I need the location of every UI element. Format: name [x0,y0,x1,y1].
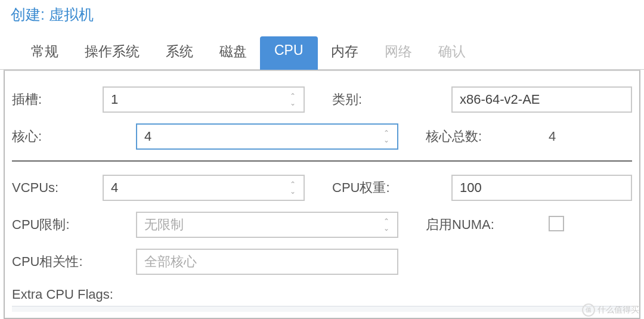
chevron-up-icon[interactable]: ⌃ [383,130,389,136]
chevron-up-icon[interactable]: ⌃ [383,218,389,224]
total-cores-value: 4 [545,129,556,144]
tab-network: 网络 [371,36,425,69]
chevron-up-icon[interactable]: ⌃ [290,93,296,99]
tab-system[interactable]: 系统 [153,36,206,69]
vcpus-spinner[interactable]: ⌃ ⌄ [103,175,305,201]
vcpus-label: VCPUs: [12,180,103,196]
cpu-limit-spinner[interactable]: ⌃ ⌄ [136,212,398,238]
vcpus-input[interactable] [104,176,282,200]
extra-cpu-flags-area [12,306,632,312]
chevron-down-icon[interactable]: ⌄ [383,137,389,143]
cpu-affinity-field[interactable] [136,249,398,275]
enable-numa-label: 启用NUMA: [426,216,545,234]
divider [12,160,632,162]
chevron-down-icon[interactable]: ⌄ [290,100,296,106]
tab-disk[interactable]: 磁盘 [206,36,260,69]
cpu-panel: 插槽: ⌃ ⌄ 类别: 核心: ⌃ [4,70,640,319]
tab-memory[interactable]: 内存 [318,36,371,69]
sockets-label: 插槽: [12,91,103,109]
cores-spinner-arrows[interactable]: ⌃ ⌄ [376,125,397,148]
chevron-down-icon[interactable]: ⌄ [290,188,296,194]
cpu-weight-input[interactable] [453,176,631,200]
cpu-weight-spinner[interactable] [451,175,632,201]
sockets-spinner-arrows[interactable]: ⌃ ⌄ [282,88,304,112]
tab-general[interactable]: 常规 [18,36,72,69]
type-field[interactable] [451,86,632,113]
total-cores-label: 核心总数: [426,128,545,145]
cpu-limit-input[interactable] [137,213,376,237]
watermark-text: 什么值得买 [597,305,639,315]
enable-numa-checkbox[interactable] [549,216,564,231]
chevron-down-icon[interactable]: ⌄ [383,225,389,231]
cpu-weight-label: CPU权重: [332,179,451,197]
tab-os[interactable]: 操作系统 [72,36,153,69]
cpu-limit-spinner-arrows[interactable]: ⌃ ⌄ [376,213,397,237]
cpu-affinity-label: CPU相关性: [12,253,136,271]
cores-spinner[interactable]: ⌃ ⌄ [136,123,398,150]
type-input[interactable] [453,88,631,112]
sockets-input[interactable] [104,88,282,112]
window-title: 创建: 虚拟机 [0,0,644,24]
cores-input[interactable] [137,125,376,148]
chevron-up-icon[interactable]: ⌃ [290,181,296,187]
extra-cpu-flags-label: Extra CPU Flags: [12,287,632,302]
cpu-affinity-input[interactable] [137,250,397,274]
type-label: 类别: [332,91,451,109]
sockets-spinner[interactable]: ⌃ ⌄ [103,86,305,113]
tab-confirm: 确认 [425,36,479,69]
watermark-icon: 值 [582,303,595,317]
cores-label: 核心: [12,128,136,145]
watermark: 值 什么值得买 [582,303,639,317]
vcpus-spinner-arrows[interactable]: ⌃ ⌄ [282,176,304,200]
tab-cpu[interactable]: CPU [260,36,318,70]
tabs-bar: 常规 操作系统 系统 磁盘 CPU 内存 网络 确认 [0,24,644,70]
cpu-limit-label: CPU限制: [12,216,136,234]
